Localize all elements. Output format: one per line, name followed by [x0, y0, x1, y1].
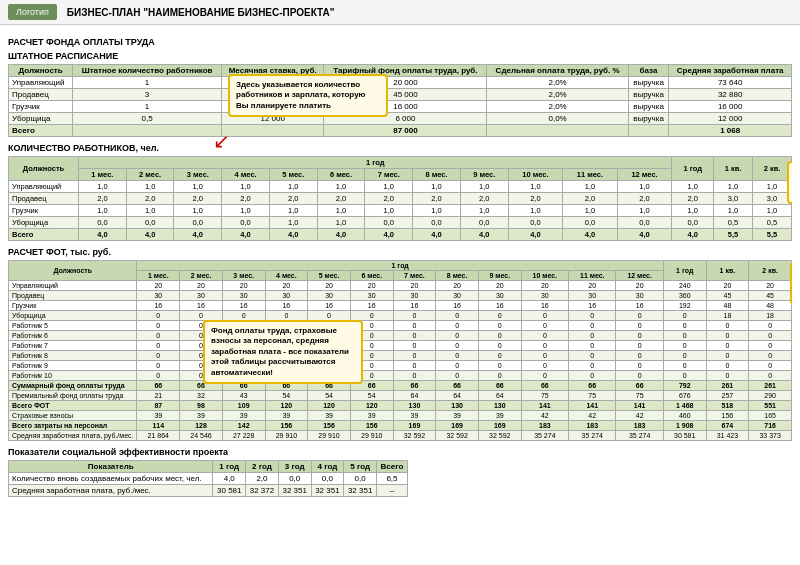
social-title: Показатели социальной эффективности прое…	[8, 447, 792, 457]
workers-col-position: Должность	[9, 157, 79, 181]
table-row: Продавец 2,02,02,0 2,02,02,0 2,02,02,0 2…	[9, 193, 792, 205]
workers-total-year: 1 год	[672, 157, 714, 181]
fot-title: РАСЧЕТ ФОТ, тыс. руб.	[8, 247, 792, 257]
fot-q2: 2 кв.	[749, 261, 792, 281]
fot-col-position: Должность	[9, 261, 137, 281]
table-row: Страховые взносы 393939 393939 393939 42…	[9, 411, 792, 421]
table-row: Уборщица 0,5 12 000 6 000 0,0% выручка 1…	[9, 113, 792, 125]
fot-year1-header: 1 год	[137, 261, 663, 271]
staffing-title: ШТАТНОЕ РАСПИСАНИЕ	[8, 51, 792, 61]
table-row-total: Всего 87 000 1 068	[9, 125, 792, 137]
table-row: Средняя заработная плата, руб./мес. 30 5…	[9, 485, 408, 497]
social-col-indicator: Показатель	[9, 461, 213, 473]
header-title: БИЗНЕС-ПЛАН "НАИМЕНОВАНИЕ БИЗНЕС-ПРОЕКТА…	[67, 7, 335, 18]
social-col-y3: 3 год	[278, 461, 311, 473]
fot-total-year: 1 год	[663, 261, 706, 281]
logo-button[interactable]: Логотип	[8, 4, 57, 20]
staffing-col-avg: Средняя заработная плата	[669, 65, 792, 77]
social-col-y5: 5 год	[344, 461, 377, 473]
social-col-total: Всего	[376, 461, 407, 473]
workers-table: Должность 1 год 1 год 1 кв. 2 кв. 1 мес.…	[8, 156, 792, 241]
table-row: Работник 6 000 000 000 000 000	[9, 331, 792, 341]
social-table: Показатель 1 год 2 год 3 год 4 год 5 год…	[8, 460, 408, 497]
table-row: Уборщица 0,00,00,0 0,01,01,0 0,00,00,0 0…	[9, 217, 792, 229]
table-row: Продавец 303030 303030 303030 303030 360…	[9, 291, 792, 301]
annotation-1: Здесь указывается количество работников …	[228, 74, 388, 117]
table-row: Управляющий 202020 202020 202020 202020 …	[9, 281, 792, 291]
table-row: Средняя заработная плата, руб./мес. 21 8…	[9, 431, 792, 441]
table-row: Работник 9 000 000 000 000 000	[9, 361, 792, 371]
table-row-total: Всего 4,04,04,0 4,04,04,0 4,04,04,0 4,04…	[9, 229, 792, 241]
annotation-arrow-1: ↙	[213, 129, 230, 153]
table-row: Управляющий 1 20 000 20 000 2,0% выручка…	[9, 77, 792, 89]
table-row: Уборщица 000 000 000 000 01818	[9, 311, 792, 321]
fot-table: Должность 1 год 1 год 1 кв. 2 кв. 1 мес.…	[8, 260, 792, 441]
main-content: РАСЧЕТ ФОНДА ОПЛАТЫ ТРУДА ШТАТНОЕ РАСПИС…	[0, 25, 800, 565]
app-header: Логотип БИЗНЕС-ПЛАН "НАИМЕНОВАНИЕ БИЗНЕС…	[0, 0, 800, 25]
table-row-fot-total: Всего ФОТ 8798109 120120120 130130130 14…	[9, 401, 792, 411]
social-col-y4: 4 год	[311, 461, 344, 473]
table-row: Продавец 3 15 000 45 000 2,0% выручка 32…	[9, 89, 792, 101]
workers-q1: 1 кв.	[714, 157, 753, 181]
table-row: Грузчик 1 16 000 16 000 2,0% выручка 16 …	[9, 101, 792, 113]
annotation-3: Фонд оплаты труда, страховые взносы за п…	[203, 320, 363, 384]
workers-q2: 2 кв.	[753, 157, 792, 181]
staffing-table: Должность Штатное количество работников …	[8, 64, 792, 137]
table-row: Работник 5 000 000 000 000 000	[9, 321, 792, 331]
annotation-2: Здесь также можно запланировать постепен…	[787, 161, 792, 204]
table-row-tariff-total: Суммарный фонд оплаты труда 666666 66666…	[9, 381, 792, 391]
staffing-col-pct: Сдельная оплата труда, руб. %	[487, 65, 628, 77]
table-row: Управляющий 1,01,01,0 1,01,01,0 1,01,01,…	[9, 181, 792, 193]
table-row-personnel-total: Всего затраты на персонал 114128142 1561…	[9, 421, 792, 431]
staffing-col-position: Должность	[9, 65, 73, 77]
fot-q1: 1 кв.	[706, 261, 749, 281]
social-col-y2: 2 год	[246, 461, 279, 473]
staffing-col-base: база	[628, 65, 669, 77]
workers-title: КОЛИЧЕСТВО РАБОТНИКОВ, чел.	[8, 143, 792, 153]
table-row: Работник 8 000 000 000 000 000	[9, 351, 792, 361]
table-row: Работник 10 000 000 000 000 000	[9, 371, 792, 381]
main-title: РАСЧЕТ ФОНДА ОПЛАТЫ ТРУДА	[8, 37, 792, 47]
annotation-2-fot: Здесь также можно запланировать постепен…	[790, 262, 792, 305]
table-row: Работник 7 000 000 000 000 000	[9, 341, 792, 351]
social-col-y1: 1 год	[213, 461, 246, 473]
workers-year1-header: 1 год	[79, 157, 672, 169]
staffing-col-count: Штатное количество работников	[73, 65, 222, 77]
table-row: Премиальный фонд оплаты труда 213243 545…	[9, 391, 792, 401]
table-row: Грузчик 161616 161616 161616 161616 1924…	[9, 301, 792, 311]
table-row: Количество вновь создаваемых рабочих мес…	[9, 473, 408, 485]
table-row: Грузчик 1,01,01,0 1,01,01,0 1,01,01,0 1,…	[9, 205, 792, 217]
